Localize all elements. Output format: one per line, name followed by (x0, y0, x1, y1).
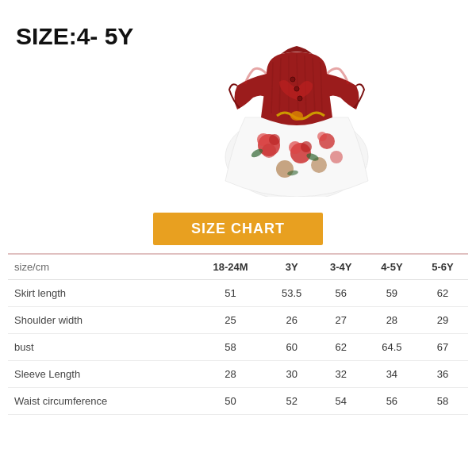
row-cell: 56 (367, 388, 417, 415)
row-cell: 27 (316, 307, 367, 334)
row-cell: 51 (194, 280, 268, 307)
svg-point-4 (262, 144, 276, 158)
table-section: size/cm 18-24M 3Y 3-4Y 4-5Y 5-6Y Skirt l… (0, 255, 476, 415)
row-cell: 58 (417, 388, 468, 415)
row-cell: 56 (316, 280, 367, 307)
size-chart-button-area: SIZE CHART (0, 206, 476, 253)
row-cell: 32 (316, 361, 367, 388)
col-header-5-6y: 5-6Y (417, 255, 468, 280)
col-header-18-24m: 18-24M (194, 255, 268, 280)
page-container: SIZE:4- 5Y (0, 0, 476, 476)
dress-svg (209, 14, 384, 197)
col-header-4-5y: 4-5Y (367, 255, 417, 280)
row-cell: 58 (194, 334, 268, 361)
row-cell: 28 (194, 361, 268, 388)
row-cell: 36 (417, 361, 468, 388)
row-cell: 34 (367, 361, 417, 388)
row-cell: 25 (194, 307, 268, 334)
row-cell: 62 (417, 280, 468, 307)
row-label: bust (8, 334, 194, 361)
svg-point-6 (289, 141, 301, 154)
row-cell: 54 (316, 388, 367, 415)
col-header-3y: 3Y (268, 255, 316, 280)
row-label: Skirt length (8, 280, 194, 307)
size-table: size/cm 18-24M 3Y 3-4Y 4-5Y 5-6Y Skirt l… (8, 255, 468, 415)
svg-point-9 (317, 132, 327, 141)
row-cell: 53.5 (268, 280, 316, 307)
svg-point-23 (290, 77, 295, 82)
row-cell: 59 (367, 280, 417, 307)
row-cell: 28 (367, 307, 417, 334)
table-row: Waist circumference5052545658 (8, 388, 468, 415)
size-chart-button[interactable]: SIZE CHART (153, 213, 323, 245)
row-cell: 26 (268, 307, 316, 334)
table-row: Shoulder width2526272829 (8, 307, 468, 334)
table-row: Skirt length5153.5565962 (8, 280, 468, 307)
top-section: SIZE:4- 5Y (0, 0, 476, 206)
svg-point-24 (294, 86, 299, 91)
row-cell: 60 (268, 334, 316, 361)
svg-point-7 (301, 141, 312, 152)
row-label: Shoulder width (8, 307, 194, 334)
svg-point-3 (269, 134, 280, 145)
row-cell: 50 (194, 388, 268, 415)
col-header-3-4y: 3-4Y (316, 255, 367, 280)
row-cell: 52 (268, 388, 316, 415)
row-cell: 30 (268, 361, 316, 388)
table-header-row: size/cm 18-24M 3Y 3-4Y 4-5Y 5-6Y (8, 255, 468, 280)
col-header-size: size/cm (8, 255, 194, 280)
row-cell: 67 (417, 334, 468, 361)
row-label: Waist circumference (8, 388, 194, 415)
dress-image (133, 14, 460, 197)
svg-point-25 (298, 96, 302, 101)
table-row: bust58606264.567 (8, 334, 468, 361)
table-row: Sleeve Length2830323436 (8, 361, 468, 388)
svg-point-26 (290, 111, 303, 121)
row-cell: 29 (417, 307, 468, 334)
row-cell: 62 (316, 334, 367, 361)
size-title: SIZE:4- 5Y (16, 22, 133, 51)
svg-point-12 (330, 151, 343, 163)
row-label: Sleeve Length (8, 361, 194, 388)
row-cell: 64.5 (367, 334, 417, 361)
